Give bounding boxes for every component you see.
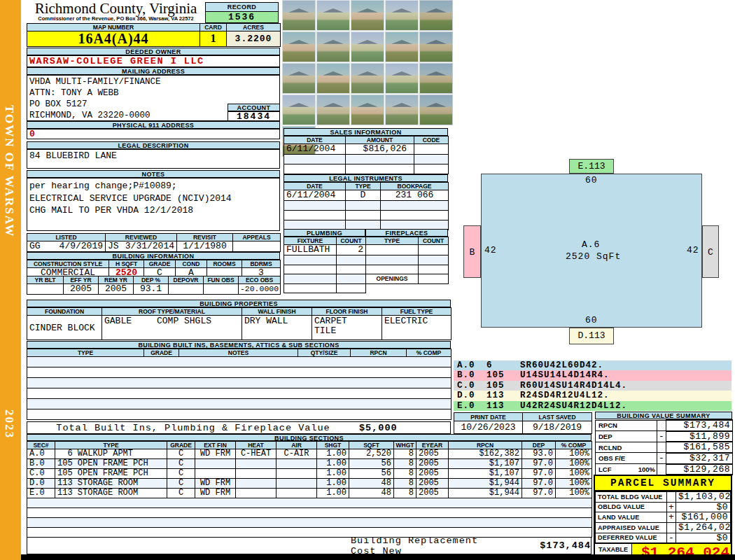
table-row: FULLBATH 2 [284,245,366,255]
deeded-owner-value: WARSAW-COLLEGE GREEN I LLC [27,55,280,67]
map-number-value: 16A4(A)44 [27,31,200,47]
rpcn-label: RPCN [449,442,522,449]
bvs-label: OBS F/E [596,453,657,464]
parcel-summary: PARCEL SUMMARY TOTAL BLDG VALUE $1,103,0… [594,475,732,560]
property-photo[interactable] [385,0,419,31]
property-photo[interactable] [316,31,350,62]
property-photo[interactable] [385,63,419,94]
property-photo[interactable] [282,63,316,94]
table-row: APPRAISED VALUE $1,264,024 [596,522,731,533]
table-row [27,518,592,528]
deeded-owner-label: DEEDED OWNER [27,48,280,55]
legend-row: D.0113R24SD4R12U4L12. [454,391,732,400]
property-photo[interactable] [316,63,350,94]
property-photo[interactable] [351,0,384,31]
table-row: LAND VALUE + $161,000 [596,512,731,523]
review-table: LISTED REVIEWED REVISIT APPEALS GG4/9/20… [27,233,281,252]
sale-amount: $816,026 [346,144,414,155]
grade-label: GRADE [144,260,176,268]
fixture-count-label: COUNT [337,237,366,245]
bdrms-label: BDRMS [242,260,281,268]
table-row: D.0113 STORAGE ROOM CWD FRM 1.0048 82005… [27,479,592,489]
property-photo[interactable] [282,94,316,125]
property-photo[interactable] [351,94,384,125]
card-value: 1 [200,31,227,47]
building-information-label: BUILDING INFORMATION [27,252,280,260]
table-row [284,274,366,284]
cond-label: COND [176,260,207,268]
table-row: C.0105 OPEN FRAME PCH C 1.0056 82005 $1,… [27,469,592,479]
note-line: per hearing change;P#10089; [29,180,279,192]
sales-information-label: SALES INFORMATION [284,128,448,136]
table-row: RCLND $161,585 [596,442,733,453]
replacement-cost-row: Building Replacement Cost New $173,484 [27,538,592,554]
property-photo[interactable] [419,94,453,125]
table-row: OBLDG VALUE + $0 [596,502,731,512]
built-ins-comp-label: % COMP [407,349,451,357]
built-ins-type-label: TYPE [27,349,144,357]
legend-row: B.0105U14SU14L4D14R4. [454,370,732,380]
table-row [284,284,366,293]
listed-label: LISTED [27,234,106,241]
bvs-label: RCLND [596,442,657,453]
property-photo[interactable] [316,94,350,125]
print-date-label: PRINT DATE [454,413,523,421]
listed-value: GG4/9/2019 [27,241,106,252]
sketch-dim-left: 42 [484,245,497,255]
print-date-value: 10/26/2023 [454,421,523,434]
plumbing-label: PLUMBING [284,229,365,237]
physical-address-value: 0 [27,129,280,139]
fuel-type-label: FUEL TYPE [382,308,451,316]
table-row [27,368,451,378]
built-ins-label: BUILDING BUILT INS, BASEMENTS, ATTICS & … [27,341,451,349]
property-photo[interactable] [419,63,453,94]
sections-legend: A.06SR60U42L60D42. B.0105U14SU14L4D14R4.… [454,360,732,411]
property-photo[interactable] [282,0,316,31]
wall-finish-label: WALL FINISH [242,308,312,316]
ecoobs-label: ECO OBS [239,276,281,284]
property-photo[interactable] [351,63,384,94]
property-photo[interactable] [385,31,419,62]
photo-grid [282,0,455,127]
total-built-ins-row: Total Built Ins, Plumbing & Fireplace Va… [27,421,451,434]
property-photo[interactable] [282,31,316,62]
table-row [366,265,449,274]
openings-label: OPENINGS [366,274,419,284]
print-info-table: PRINT DATE LAST SAVED 10/26/2023 9/18/20… [454,412,592,434]
property-photo[interactable] [419,31,453,62]
depovr-value [169,284,204,295]
sales-date-label: DATE [284,136,346,144]
note-line: CHG MAIL TO PER VHDA 12/1/2018 [29,204,279,217]
sketch-section-c: C [702,225,719,278]
building-sections-block: BUILDING SECTIONS SEC# TYPE GRADE EXT FI… [27,434,592,554]
reviewed-value: JS3/31/2014 [106,241,177,252]
instrument-type-label: TYPE [346,183,381,190]
table-row [284,255,366,265]
depovr-label: DEPOVR [169,276,204,284]
table-row: B.0105 OPEN FRAME PCH C 1.0056 82005 $1,… [27,459,592,469]
property-photo[interactable] [385,94,419,125]
card-label: CARD [200,24,227,31]
table-row: 6/11/2004 $816,026 [284,144,449,155]
bvs-value: $161,585 [666,442,733,453]
eyear-label: EYEAR [416,442,449,449]
property-photo[interactable] [419,0,453,31]
building-properties-label: BUILDING PROPERTIES [27,300,451,307]
table-row: DEP - $11,899 [596,431,733,442]
sec-label: SEC# [27,442,55,449]
openings-count [419,274,449,284]
account-number: 18434 [227,111,280,121]
remyr-value: 2005 [99,284,134,295]
property-record-card: TOWN OF WARSAW 2023 Richmond County, Vir… [0,0,735,560]
table-row [366,255,449,265]
property-photo[interactable] [351,31,384,62]
appeals-label: APPEALS [233,234,281,241]
legend-row: E.0113U42R24SU4R12D4L12. [454,401,732,411]
property-photo[interactable] [316,0,350,31]
legend-row: C.0105R60U14SU14R4D14L4. [454,381,732,391]
fixture-type: FULLBATH [284,245,337,255]
sales-table: DATE AMOUNT CODE 6/11/2004 $816,026 [284,136,449,174]
bvs-value: $173,484 [666,420,733,431]
map-number-table: MAP NUMBER CARD ACRES 16A4(A)44 1 3.2200 [27,23,281,47]
instrument-type: D [346,190,381,201]
